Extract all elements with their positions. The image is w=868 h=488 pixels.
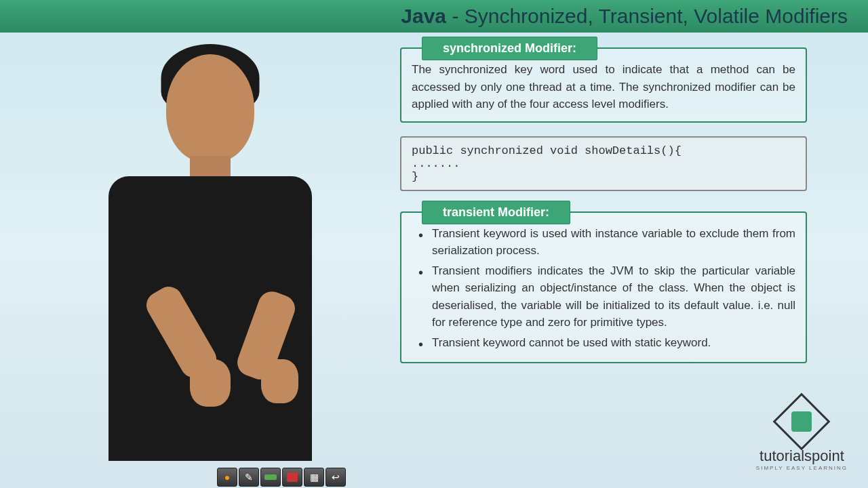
logo-prefix: tutorials xyxy=(760,447,812,464)
page-tool-button[interactable]: ▦ xyxy=(304,468,324,487)
synchronized-label: synchronized Modifier: xyxy=(422,37,597,60)
transient-bullet-3: Transient keyword cannot be used with st… xyxy=(412,334,795,352)
title-subtitle: - Synchronized, Transient, Volatile Modi… xyxy=(446,5,848,27)
content-area: synchronized Modifier: The synchronized … xyxy=(400,47,807,377)
brand-logo: tutorialspoint SIMPLY EASY LEARNING xyxy=(756,401,848,471)
eraser-tool-button[interactable] xyxy=(260,468,281,487)
transient-section: transient Modifier: Transient keyword is… xyxy=(400,211,807,364)
return-tool-button[interactable]: ↩ xyxy=(326,468,346,487)
page-title: Java - Synchronized, Transient, Volatile… xyxy=(401,5,848,28)
title-java: Java xyxy=(401,5,446,27)
marker-tool-button[interactable] xyxy=(282,468,302,487)
logo-suffix: point xyxy=(812,447,844,464)
pen-tool-button[interactable]: ✎ xyxy=(239,468,259,487)
code-snippet: public synchronized void showDetails(){ … xyxy=(400,136,807,191)
synchronized-text: The synchronized key word used to indica… xyxy=(412,61,795,113)
logo-tagline: SIMPLY EASY LEARNING xyxy=(756,465,848,471)
synchronized-section: synchronized Modifier: The synchronized … xyxy=(400,47,807,123)
transient-bullet-1: Transient keyword is used with instance … xyxy=(412,225,795,260)
transient-label: transient Modifier: xyxy=(422,201,570,224)
transient-bullet-2: Transient modifiers indicates the JVM to… xyxy=(412,262,795,331)
transient-bullets: Transient keyword is used with instance … xyxy=(412,225,795,352)
highlighter-tool-button[interactable]: ● xyxy=(217,468,237,487)
presenter-figure xyxy=(81,47,339,468)
logo-diamond-icon xyxy=(773,393,831,451)
header-bar: Java - Synchronized, Transient, Volatile… xyxy=(0,0,868,33)
annotation-toolbar: ● ✎ ▦ ↩ xyxy=(217,468,346,487)
